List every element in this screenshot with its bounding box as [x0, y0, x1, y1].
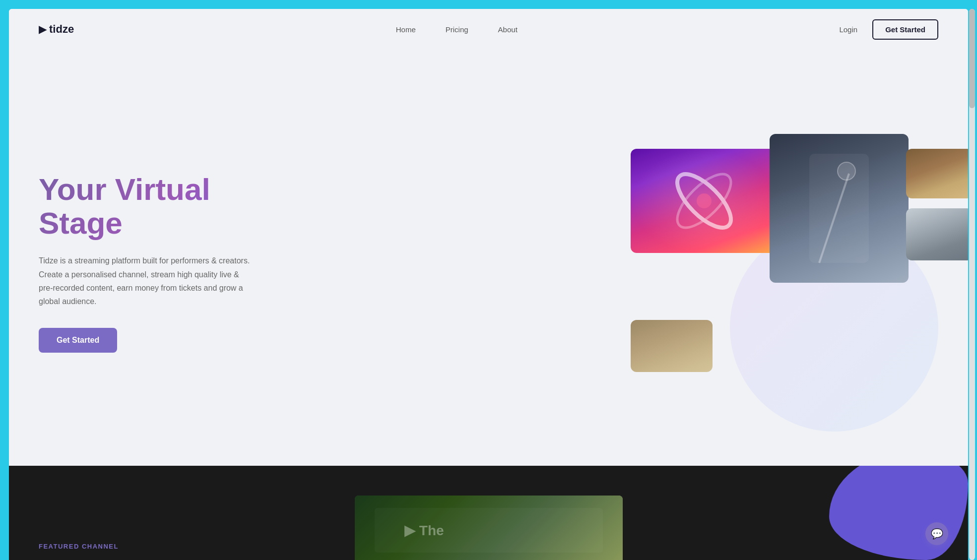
nav-actions: Login Get Started [839, 19, 938, 40]
nav-about[interactable]: About [498, 25, 518, 34]
get-started-hero-button[interactable]: Get Started [39, 328, 117, 353]
svg-point-5 [838, 162, 855, 180]
get-started-nav-button[interactable]: Get Started [872, 19, 938, 40]
navbar: ▶ tidze Home Pricing About Login Get Sta… [9, 9, 968, 50]
featured-label: FEATURED CHANNEL [39, 543, 119, 550]
hero-image-painting [631, 320, 713, 372]
hero-section: Your Virtual Stage Tidze is a streaming … [9, 50, 968, 466]
featured-thumbnail-inner: ▶ The [355, 496, 623, 560]
logo[interactable]: ▶ tidze [39, 23, 74, 36]
dark-blob-decoration [829, 466, 968, 560]
hero-left: Your Virtual Stage Tidze is a streaming … [39, 163, 287, 353]
logo-icon: ▶ [39, 23, 46, 35]
chat-icon: 💬 [931, 528, 943, 540]
hero-title: Your Virtual Stage [39, 173, 287, 240]
hero-image-performer [631, 149, 777, 253]
logo-name: tidze [49, 23, 74, 36]
svg-text:▶ The: ▶ The [404, 523, 444, 538]
singer-image-content [770, 134, 909, 283]
hero-image-cooking [906, 149, 968, 198]
app-frame: ▶ tidze Home Pricing About Login Get Sta… [9, 9, 968, 560]
nav-pricing[interactable]: Pricing [446, 25, 468, 34]
nav-home[interactable]: Home [396, 25, 416, 34]
painting-image-content [631, 320, 713, 372]
hero-image-singer [770, 134, 909, 283]
hero-description: Tidze is a streaming platform built for … [39, 254, 252, 308]
nav-links: Home Pricing About [396, 25, 518, 34]
dark-section-content: FEATURED CHANNEL [39, 543, 119, 550]
guitarist-image-content [906, 208, 968, 260]
featured-channel-thumbnail[interactable]: ▶ The [355, 496, 623, 560]
dark-section: FEATURED CHANNEL ▶ The 💬 [9, 466, 968, 560]
hero-images [631, 134, 968, 382]
cooking-image-content [906, 149, 968, 198]
scrollbar[interactable] [969, 9, 975, 560]
performer-image-content [631, 149, 777, 253]
svg-point-2 [697, 193, 712, 208]
hero-image-guitarist [906, 208, 968, 260]
chat-bubble-button[interactable]: 💬 [925, 522, 948, 545]
login-link[interactable]: Login [839, 25, 857, 34]
scrollbar-thumb[interactable] [969, 9, 975, 108]
